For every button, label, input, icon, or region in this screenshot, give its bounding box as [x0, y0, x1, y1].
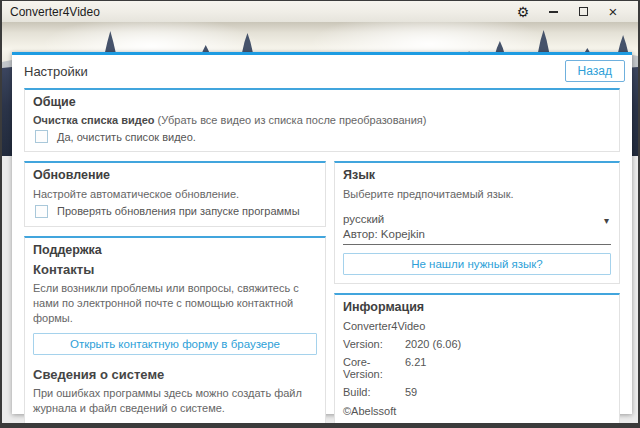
open-contact-form-button[interactable]: Открыть контактную форму в браузере — [33, 333, 317, 355]
maximize-button[interactable] — [568, 1, 598, 22]
system-info-text: При ошибках программы здесь можно создат… — [33, 386, 317, 416]
minimize-button[interactable] — [538, 1, 568, 22]
info-build-value: 59 — [405, 386, 417, 398]
settings-columns: Обновление Настройте автоматическое обно… — [24, 161, 620, 423]
update-description: Настройте автоматическое обновление. — [33, 187, 317, 202]
back-button[interactable]: Назад — [565, 60, 625, 82]
settings-header: Настройки Назад — [12, 55, 632, 88]
language-description: Выберите предпочитаемый язык. — [343, 187, 611, 202]
card-general: Общие Очистка списка видео (Убрать все в… — [24, 88, 620, 152]
info-copyright: ©Abelssoft — [343, 405, 611, 417]
contacts-text: Если возникли проблемы или вопросы, свяж… — [33, 281, 317, 326]
card-information: Информация Converter4Video Version: 2020… — [334, 293, 620, 423]
clear-list-checkbox[interactable] — [35, 130, 48, 143]
info-app-name: Converter4Video — [343, 320, 611, 332]
information-title: Информация — [343, 300, 611, 314]
info-row-core-version: Core-Version: 6.21 — [343, 356, 611, 380]
system-info-subtitle: Сведения о системе — [33, 367, 317, 382]
window-title: Converter4Video — [10, 5, 100, 19]
general-option-label: Очистка списка видео (Убрать все видео и… — [33, 114, 611, 126]
card-language: Язык Выберите предпочитаемый язык. русск… — [334, 161, 620, 284]
general-title: Общие — [33, 95, 611, 109]
settings-cards: Общие Очистка списка видео (Убрать все в… — [12, 88, 632, 423]
close-icon: × — [609, 4, 618, 19]
maximize-icon — [579, 7, 588, 16]
check-updates-checkbox[interactable] — [35, 205, 48, 218]
settings-title: Настройки — [24, 64, 88, 79]
update-title: Обновление — [33, 168, 317, 182]
selected-language-author: Автор: Kopejkin — [343, 227, 425, 242]
contacts-subtitle: Контакты — [33, 262, 317, 277]
left-column: Обновление Настройте автоматическое обно… — [24, 161, 326, 423]
card-support: Поддержка Контакты Если возникли проблем… — [24, 236, 326, 423]
window-controls: ⚙ × — [508, 1, 628, 22]
info-core-version-value: 6.21 — [405, 356, 426, 380]
settings-panel: Настройки Назад Общие Очистка списка вид… — [12, 52, 632, 414]
right-column: Язык Выберите предпочитаемый язык. русск… — [334, 161, 620, 423]
minimize-icon — [549, 11, 558, 13]
title-bar: Converter4Video ⚙ × — [2, 1, 638, 22]
missing-language-button[interactable]: Не нашли нужный язык? — [343, 253, 611, 275]
language-select-value: русский Автор: Kopejkin — [343, 212, 425, 242]
close-button[interactable]: × — [598, 1, 628, 22]
language-select[interactable]: русский Автор: Kopejkin ▾ — [343, 212, 611, 245]
clear-list-checkbox-label: Да, очистить список видео. — [57, 131, 196, 143]
card-update: Обновление Настройте автоматическое обно… — [24, 161, 326, 227]
app-window: Converter4Video ⚙ × — [2, 1, 638, 423]
support-title: Поддержка — [33, 243, 317, 257]
check-updates-checkbox-label: Проверять обновления при запуске програм… — [57, 205, 300, 217]
settings-gear-icon[interactable]: ⚙ — [508, 1, 538, 22]
update-checkbox-row: Проверять обновления при запуске програм… — [33, 205, 317, 218]
chevron-down-icon: ▾ — [604, 215, 609, 226]
general-checkbox-row: Да, очистить список видео. — [33, 130, 611, 143]
info-row-build: Build: 59 — [343, 386, 611, 398]
language-title: Язык — [343, 168, 611, 182]
selected-language: русский — [343, 212, 425, 227]
info-row-version: Version: 2020 (6.06) — [343, 338, 611, 350]
info-version-value: 2020 (6.06) — [405, 338, 461, 350]
